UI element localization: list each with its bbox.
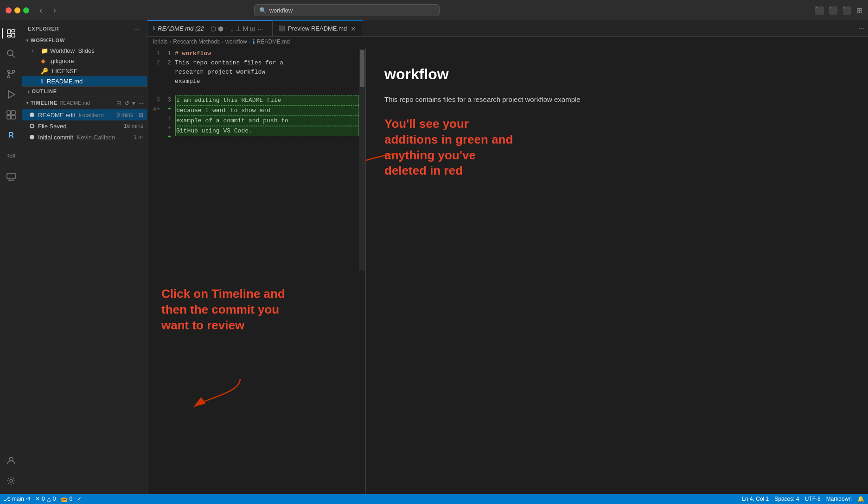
info-status[interactable]: 📻 0 [60,496,72,502]
warning-icon: △ [47,496,51,502]
line-num: 1 [156,49,160,58]
branch-status[interactable]: ⎇ main ↺ [4,496,31,502]
error-count: 0 [42,496,45,502]
tree-item-gitignore[interactable]: ◆ .gitignore [22,56,147,66]
explorer-activity-icon[interactable] [2,24,20,43]
tab-tool-up-button[interactable]: ↑ [225,25,229,32]
errors-status[interactable]: ✕ 0 △ 0 [35,496,56,502]
title-search-bar[interactable]: 🔍 [254,4,440,16]
timeline-more-button[interactable]: ··· [138,100,143,107]
tab-tool-split-button[interactable]: ⊞ [250,25,255,32]
status-left: ⎇ main ↺ ✕ 0 △ 0 📻 0 ✓ [4,496,82,502]
ok-status: ✓ [77,496,82,502]
layout-button[interactable]: ⬛ [842,6,852,15]
file-tree: › 📁 Workflow_Slides ◆ .gitignore 🔑 LICEN… [22,45,147,86]
outline-section[interactable]: › OUTLINE [22,86,147,96]
timeline-filter-button[interactable]: ▾ [132,100,135,107]
editor-more-button[interactable]: ··· [855,20,868,36]
commit-icon: ⊞ [139,112,143,118]
tree-item-workflow-slides[interactable]: › 📁 Workflow_Slides [22,45,147,56]
commit-time: 16 mins [124,123,143,129]
spaces-status[interactable]: Spaces: 4 [774,496,799,502]
ok-icon: ✓ [77,496,82,502]
tab-toolbar: ⬡ ⬢ ↑ ↓ ⊥ M ⊞ ··· [207,25,267,32]
svg-point-18 [9,457,13,461]
language-status[interactable]: Markdown [826,496,852,502]
timeline-title-row: ▾ TIMELINE README.md [26,100,116,106]
file-name: .gitignore [49,57,74,64]
sidebar-toggle-button[interactable]: ⬛ [815,6,824,15]
search-activity-icon[interactable] [2,44,20,63]
view-menu-button[interactable]: ⊞ [856,6,862,15]
language-label: Markdown [826,496,852,502]
source-control-activity-icon[interactable] [2,65,20,83]
code-lines[interactable]: # workflow This repo contains files for … [175,49,359,271]
minimize-button[interactable] [14,7,20,13]
svg-rect-14 [7,173,15,179]
svg-point-7 [13,70,15,73]
editor-annotation-row: 1 2 3 4+ 1 2 3 + [147,47,868,494]
code-editor[interactable]: 1 2 3 4+ 1 2 3 + [147,47,365,272]
run-activity-icon[interactable] [2,85,20,104]
new-file-button[interactable]: ··· [132,24,141,33]
code-line-4: I am editing this README file [175,95,359,106]
commit-name: README edit [38,112,75,119]
svg-rect-1 [12,30,15,32]
tab-tool-m-button[interactable]: M [243,25,249,32]
code-line-2: This repo contains files for a research … [175,58,359,86]
settings-activity-icon[interactable] [2,472,20,490]
code-line-1: # workflow [175,49,359,58]
tab-tool-newline-button[interactable]: ⊥ [236,25,241,32]
tree-item-license[interactable]: 🔑 LICENSE [22,66,147,76]
tab-readme[interactable]: ℹ README.md (22 ⬡ ⬢ ↑ ↓ ⊥ M ⊞ ··· [147,20,273,36]
panel-toggle-button[interactable]: ⬛ [829,6,838,15]
tab-tool-button[interactable]: ⬡ [211,25,216,32]
traffic-lights [6,7,29,13]
line-num: 4+ [153,105,160,114]
status-bar: ⎇ main ↺ ✕ 0 △ 0 📻 0 ✓ Ln 4, Col 1 Space… [0,494,868,504]
tex-activity-icon[interactable]: TeX [2,146,20,165]
search-input[interactable] [269,7,434,14]
timeline-item-file-saved[interactable]: File Saved 16 mins [22,120,147,132]
line-numbers: 1 2 3 4+ [147,49,164,271]
nav-forward-button[interactable]: › [51,5,59,16]
breadcrumb-sep: › [249,38,251,45]
timeline-item-name: Initial commit Kevin Callison [38,134,130,141]
tab-preview[interactable]: ⬛ Preview README.md ✕ [273,20,363,36]
breadcrumb: ierials › Research Methods › workflow › … [147,37,868,47]
position-status[interactable]: Ln 4, Col 1 [742,496,769,502]
commit-author: Kevin Callison [77,134,115,141]
editor-scrollbar[interactable] [359,49,365,271]
encoding-status[interactable]: UTF-8 [805,496,821,502]
commit-time: 1 hr [134,134,143,140]
timeline-pin-button[interactable]: ⊞ [116,100,121,107]
tab-more-button[interactable]: ··· [257,25,263,32]
svg-rect-12 [7,115,11,119]
sync-icon: ↺ [26,496,31,502]
tab-tool-button[interactable]: ⬢ [218,25,223,32]
timeline-refresh-button[interactable]: ↺ [124,100,129,107]
tab-tool-down-button[interactable]: ↓ [230,25,234,32]
workspace-root[interactable]: ▾ WORKFLOW [22,35,147,45]
tree-item-readme[interactable]: ℹ README.md [22,76,147,86]
rlang-activity-icon[interactable]: R [2,126,20,145]
maximize-button[interactable] [23,7,29,13]
tab-close-button[interactable]: ✕ [350,25,357,32]
encoding-label: UTF-8 [805,496,821,502]
bell-status[interactable]: 🔔 [857,496,864,502]
nav-back-button[interactable]: ‹ [37,5,45,16]
timeline-item-readme-edit[interactable]: README edit k-callison 9 mins ⊞ [22,109,147,120]
gutter-line: + [164,114,175,123]
extensions-activity-icon[interactable] [2,106,20,124]
account-activity-icon[interactable] [2,451,20,470]
timeline-item-initial-commit[interactable]: Initial commit Kevin Callison 1 hr [22,132,147,143]
code-line-7: GitHub using VS Code. [175,126,359,136]
line-num: 3 [156,95,160,105]
timeline-actions: ⊞ ↺ ▾ ··· [116,100,143,107]
right-annotation-text: You'll see youradditions in green andany… [384,116,849,179]
breadcrumb-workflow: workflow [225,38,247,45]
gutter-line: + [164,132,175,142]
remote-activity-icon[interactable] [2,167,20,185]
close-button[interactable] [6,7,12,13]
file-name: LICENSE [52,68,78,75]
